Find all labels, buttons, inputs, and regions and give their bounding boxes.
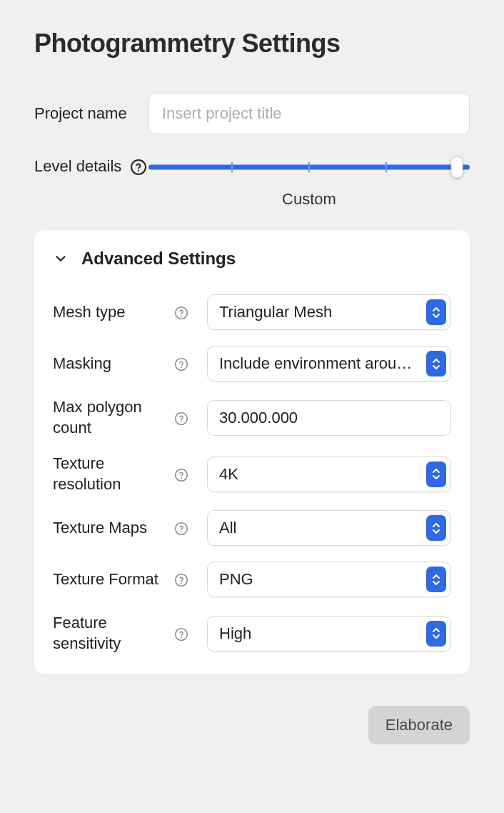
mesh-type-select[interactable]: Triangular Mesh [207, 294, 451, 330]
max-polygon-row: Max polygon count [53, 397, 451, 438]
texture-format-select[interactable]: PNG [207, 562, 451, 597]
mesh-type-value: Triangular Mesh [219, 303, 418, 321]
svg-point-6 [176, 412, 188, 424]
project-name-label: Project name [34, 103, 127, 124]
chevron-down-icon [53, 251, 69, 266]
svg-point-11 [181, 532, 182, 533]
slider-thumb[interactable] [451, 156, 463, 178]
texture-resolution-select[interactable]: 4K [207, 457, 451, 492]
texture-format-row: Texture Format PNG [53, 562, 451, 597]
help-icon[interactable] [174, 522, 188, 536]
advanced-settings-card: Advanced Settings Mesh type Triangular M… [34, 230, 470, 674]
svg-point-4 [176, 359, 188, 371]
feature-sensitivity-row: Feature sensitivity High [53, 613, 451, 654]
masking-row: Masking Include environment around objec… [53, 346, 451, 381]
feature-sensitivity-label: Feature sensitivity [53, 613, 174, 654]
stepper-icon [426, 567, 446, 592]
feature-sensitivity-select[interactable]: High [207, 616, 451, 652]
advanced-settings-title: Advanced Settings [81, 249, 236, 269]
texture-format-value: PNG [219, 570, 418, 589]
project-name-input[interactable] [148, 93, 470, 134]
masking-value: Include environment around object [219, 354, 418, 373]
svg-point-3 [181, 315, 182, 316]
feature-sensitivity-value: High [219, 624, 418, 643]
level-details-slider[interactable] [148, 159, 470, 176]
svg-point-7 [181, 421, 182, 422]
help-icon[interactable] [174, 357, 188, 371]
stepper-icon [426, 515, 446, 541]
stepper-icon [426, 351, 446, 376]
help-icon[interactable] [174, 468, 188, 482]
texture-maps-value: All [219, 519, 418, 537]
svg-point-15 [181, 637, 182, 638]
svg-point-9 [181, 477, 182, 479]
svg-point-10 [176, 523, 188, 535]
max-polygon-input[interactable] [207, 400, 451, 436]
texture-format-label: Texture Format [53, 569, 158, 590]
help-icon[interactable] [130, 159, 147, 176]
svg-point-5 [181, 366, 182, 368]
help-icon[interactable] [174, 306, 188, 320]
svg-point-1 [138, 170, 139, 171]
stepper-icon [426, 621, 446, 647]
help-icon[interactable] [174, 627, 188, 642]
project-name-row: Project name [34, 93, 470, 134]
texture-resolution-label: Texture resolution [53, 454, 174, 494]
texture-resolution-value: 4K [219, 465, 418, 484]
max-polygon-label: Max polygon count [53, 397, 174, 438]
mesh-type-label: Mesh type [53, 302, 126, 323]
svg-point-8 [176, 469, 188, 481]
elaborate-button[interactable]: Elaborate [368, 706, 470, 744]
texture-resolution-row: Texture resolution 4K [53, 454, 451, 494]
help-icon[interactable] [174, 412, 188, 426]
stepper-icon [426, 462, 446, 487]
level-details-value: Custom [148, 190, 470, 209]
texture-maps-label: Texture Maps [53, 518, 147, 539]
svg-point-14 [176, 629, 188, 641]
help-icon[interactable] [174, 573, 188, 587]
level-details-label: Level details [34, 156, 121, 177]
advanced-settings-toggle[interactable]: Advanced Settings [53, 249, 451, 269]
stepper-icon [426, 299, 446, 325]
level-details-row: Level details Custom [34, 156, 470, 209]
svg-point-2 [176, 307, 188, 319]
texture-maps-select[interactable]: All [207, 510, 451, 546]
mesh-type-row: Mesh type Triangular Mesh [53, 294, 451, 330]
page-title: Photogrammetry Settings [34, 29, 470, 59]
svg-point-12 [176, 574, 188, 587]
masking-select[interactable]: Include environment around object [207, 346, 451, 381]
masking-label: Masking [53, 354, 111, 374]
texture-maps-row: Texture Maps All [53, 510, 451, 546]
svg-point-13 [181, 583, 182, 584]
